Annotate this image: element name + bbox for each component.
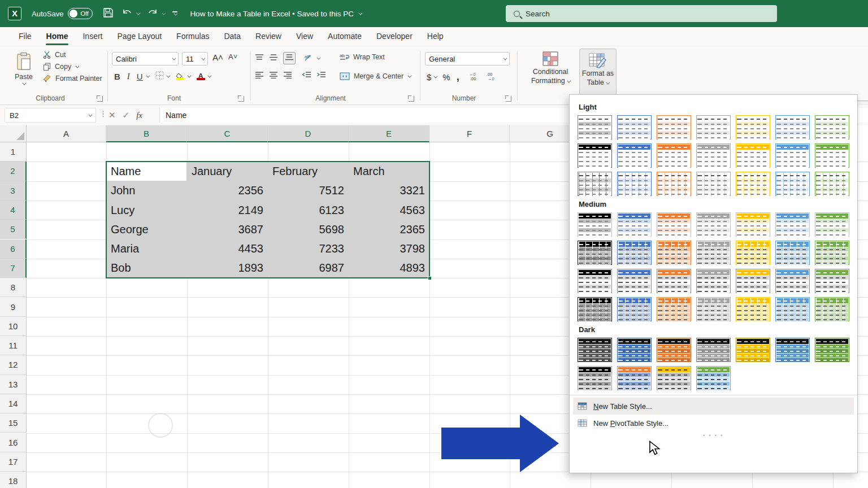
number-dialog-launcher[interactable] xyxy=(506,96,511,102)
table-style-swatch-dark-mixed-3[interactable] xyxy=(657,366,691,390)
currency-dropdown-icon[interactable] xyxy=(434,75,438,79)
decrease-font-button[interactable]: A˅ xyxy=(228,53,237,61)
table-style-swatch-medium-grid-5[interactable] xyxy=(736,297,770,321)
grid-cell[interactable]: 4563 xyxy=(349,201,429,220)
row-header-5[interactable]: 5 xyxy=(0,220,27,239)
column-header-F[interactable]: F xyxy=(429,125,510,142)
grid-cell[interactable]: February xyxy=(268,162,349,181)
table-style-swatch-medium-grid-7[interactable] xyxy=(815,297,849,321)
table-style-swatch-light-header-3[interactable] xyxy=(657,143,691,168)
table-style-swatch-medium-tint-1[interactable] xyxy=(578,241,612,265)
table-style-swatch-dark-solid-2[interactable] xyxy=(617,338,652,362)
table-style-swatch-light-header-4[interactable] xyxy=(696,143,731,168)
table-style-swatch-medium-grid-4[interactable] xyxy=(696,297,731,321)
grid-cell[interactable]: Maria xyxy=(106,239,187,259)
undo-button[interactable] xyxy=(121,7,133,20)
row-header-1[interactable]: 1 xyxy=(0,142,27,162)
menu-tab-page-layout[interactable]: Page Layout xyxy=(110,27,169,46)
row-header-7[interactable]: 7 xyxy=(0,259,27,278)
grid-cell[interactable]: 2365 xyxy=(349,220,429,239)
font-size-combobox[interactable]: 11 xyxy=(182,52,208,66)
grid-cell[interactable]: Name xyxy=(106,162,187,181)
table-style-swatch-medium-banded-2[interactable] xyxy=(617,212,652,237)
table-style-swatch-medium-darkband-4[interactable] xyxy=(696,269,731,293)
table-style-swatch-light-header-5[interactable] xyxy=(736,143,770,168)
italic-button[interactable]: I xyxy=(127,72,130,81)
wrap-text-button[interactable]: ab Wrap Text xyxy=(340,53,385,61)
grid-cell[interactable]: 3321 xyxy=(349,181,429,201)
table-style-swatch-dark-solid-7[interactable] xyxy=(815,338,849,362)
table-style-swatch-light-banded-1[interactable] xyxy=(578,115,612,140)
table-style-swatch-light-grid-1[interactable] xyxy=(578,172,612,196)
row-header-3[interactable]: 3 xyxy=(0,181,27,201)
borders-dropdown-icon[interactable] xyxy=(166,73,170,77)
decrease-indent-button[interactable] xyxy=(302,71,311,80)
increase-decimal-button[interactable]: ←0.00 xyxy=(469,72,480,82)
grid-cell[interactable]: March xyxy=(349,162,429,181)
row-header-2[interactable]: 2 xyxy=(0,162,27,181)
table-style-swatch-light-banded-3[interactable] xyxy=(657,115,691,140)
menu-tab-review[interactable]: Review xyxy=(248,27,289,46)
grid-cell[interactable]: 5698 xyxy=(268,220,349,239)
comma-button[interactable]: , xyxy=(457,71,459,83)
select-all-corner[interactable] xyxy=(0,125,27,142)
copy-button[interactable]: Copy xyxy=(43,63,102,71)
column-header-A[interactable]: A xyxy=(27,125,106,142)
table-style-swatch-medium-darkband-5[interactable] xyxy=(736,269,770,293)
table-style-swatch-dark-mixed-4[interactable] xyxy=(696,366,731,390)
row-header-17[interactable]: 17 xyxy=(0,452,27,472)
cancel-entry-icon[interactable]: ✕ xyxy=(108,110,116,120)
grid-cell[interactable]: John xyxy=(106,181,187,201)
menu-tab-view[interactable]: View xyxy=(289,27,320,46)
menu-tab-help[interactable]: Help xyxy=(420,27,451,46)
table-style-swatch-medium-banded-6[interactable] xyxy=(775,212,810,237)
table-style-swatch-medium-tint-2[interactable] xyxy=(617,241,652,265)
menu-tab-developer[interactable]: Developer xyxy=(369,27,420,46)
percent-button[interactable]: % xyxy=(442,72,450,82)
underline-button[interactable]: U xyxy=(137,72,143,81)
alignment-dialog-launcher[interactable] xyxy=(409,96,414,102)
font-name-combobox[interactable]: Calibri xyxy=(112,52,179,66)
table-style-swatch-light-grid-4[interactable] xyxy=(696,172,731,196)
grid-cell[interactable]: 3798 xyxy=(349,239,429,259)
table-style-swatch-dark-solid-1[interactable] xyxy=(578,338,612,362)
table-style-swatch-light-banded-2[interactable] xyxy=(617,115,652,140)
row-header-6[interactable]: 6 xyxy=(0,239,27,259)
row-header-16[interactable]: 16 xyxy=(0,433,27,452)
menu-tab-automate[interactable]: Automate xyxy=(320,27,369,46)
document-title[interactable]: How to Make a Table in Excel • Saved to … xyxy=(190,10,361,18)
row-header-13[interactable]: 13 xyxy=(0,375,27,394)
grid-cell[interactable]: Bob xyxy=(106,259,187,278)
table-style-swatch-light-header-2[interactable] xyxy=(617,143,652,168)
grid-cell[interactable]: January xyxy=(187,162,268,181)
save-icon[interactable] xyxy=(103,7,114,20)
merge-center-button[interactable]: Merge & Center xyxy=(340,72,410,80)
table-style-swatch-medium-darkband-7[interactable] xyxy=(815,269,849,293)
grid-cell[interactable]: George xyxy=(106,220,187,239)
table-style-swatch-medium-banded-5[interactable] xyxy=(736,212,770,237)
name-box[interactable]: B2 xyxy=(5,108,96,123)
grid-cell[interactable]: 7233 xyxy=(268,239,349,259)
format-painter-button[interactable]: Format Painter xyxy=(43,75,102,82)
table-style-swatch-medium-grid-1[interactable] xyxy=(578,297,612,321)
increase-indent-button[interactable] xyxy=(316,71,326,80)
grid-cell[interactable]: 4453 xyxy=(187,239,268,259)
table-style-swatch-medium-tint-7[interactable] xyxy=(815,241,849,265)
bottom-align-button[interactable] xyxy=(283,52,296,64)
bold-button[interactable]: B xyxy=(114,72,120,81)
row-header-8[interactable]: 8 xyxy=(0,278,27,297)
row-header-14[interactable]: 14 xyxy=(0,394,27,413)
table-style-swatch-light-banded-7[interactable] xyxy=(815,115,849,140)
table-style-swatch-medium-grid-3[interactable] xyxy=(657,297,691,321)
table-style-swatch-medium-darkband-1[interactable] xyxy=(578,269,612,293)
menu-tab-file[interactable]: File xyxy=(11,27,39,46)
table-style-swatch-medium-tint-5[interactable] xyxy=(736,241,770,265)
fill-color-dropdown-icon[interactable] xyxy=(187,73,191,77)
table-style-swatch-medium-banded-1[interactable] xyxy=(578,212,612,237)
borders-button[interactable] xyxy=(155,71,164,81)
table-style-swatch-dark-solid-4[interactable] xyxy=(696,338,731,362)
column-header-D[interactable]: D xyxy=(268,125,349,142)
table-style-swatch-medium-tint-3[interactable] xyxy=(657,241,691,265)
table-style-swatch-medium-tint-6[interactable] xyxy=(775,241,810,265)
table-style-swatch-light-header-6[interactable] xyxy=(775,143,810,168)
